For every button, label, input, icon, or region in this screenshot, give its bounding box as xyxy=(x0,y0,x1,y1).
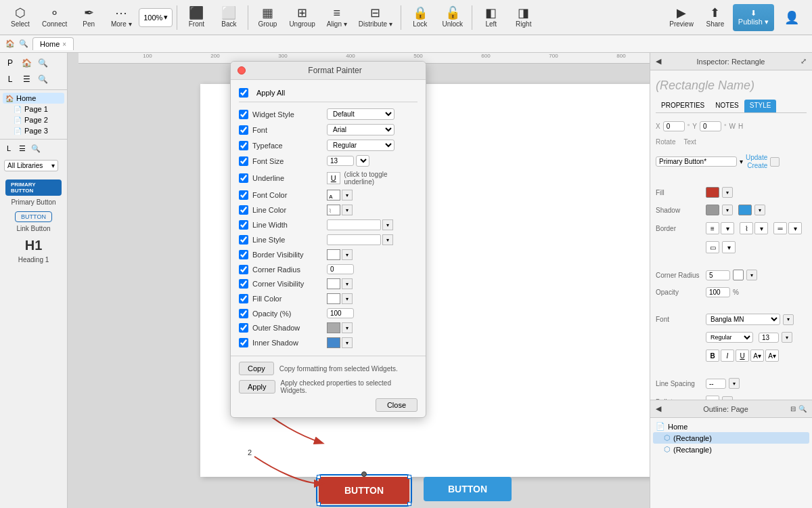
fp-cornervis-control: ▾ xyxy=(327,278,418,289)
fp-bordervis-label: Border Visibility xyxy=(252,251,327,259)
dialog-close-btn[interactable] xyxy=(238,66,246,75)
fp-typeface-row: Typeface Regular xyxy=(239,137,418,153)
fp-linewidth-check[interactable] xyxy=(239,220,248,230)
fp-cornervis-dropdown[interactable]: ▾ xyxy=(342,278,353,289)
fp-underline-toggle[interactable]: U xyxy=(327,172,340,184)
fp-opacity-label: Opacity (%) xyxy=(252,310,327,318)
fp-widget-style-row: Widget Style Default xyxy=(239,106,418,122)
fp-opacity-check[interactable] xyxy=(239,309,248,318)
apply-desc: Apply checked properties to selected Wid… xyxy=(281,379,418,394)
fp-linestyle-row: Line Style ▾ xyxy=(239,232,418,247)
fp-linecolor-dropdown[interactable]: ▾ xyxy=(342,205,353,215)
fp-linestyle-label: Line Style xyxy=(252,236,327,244)
apply-all-label: Apply All xyxy=(256,89,285,97)
fp-cornervis-row: Corner Visibility ▾ xyxy=(239,276,418,291)
fp-underline-hint: (click to toggle underline) xyxy=(344,171,418,186)
fp-fontsize-check[interactable] xyxy=(239,156,248,166)
fp-outershadow-dropdown[interactable]: ▾ xyxy=(342,322,353,333)
fp-cornerradius-control xyxy=(327,264,418,274)
fp-linewidth-dropdown[interactable]: ▾ xyxy=(382,219,393,230)
dialog-body: Apply All Widget Style Default Font Aria xyxy=(231,80,426,356)
fp-fillcolor-label: Fill Color xyxy=(252,295,327,303)
apply-button[interactable]: Apply xyxy=(239,380,275,394)
fp-opacity-control xyxy=(327,308,418,318)
fp-widget-style-check[interactable] xyxy=(239,110,248,119)
fp-linewidth-input[interactable] xyxy=(327,219,381,230)
fp-fontcolor-swatch[interactable]: A xyxy=(327,190,340,200)
fp-innershadow-swatch[interactable] xyxy=(327,337,340,348)
fp-outershadow-swatch[interactable] xyxy=(327,322,340,333)
fp-font-check[interactable] xyxy=(239,125,248,135)
fp-fillcolor-dropdown[interactable]: ▾ xyxy=(342,293,353,304)
fp-linestyle-control: ▾ xyxy=(327,234,418,245)
fp-outershadow-check[interactable] xyxy=(239,323,248,333)
fp-linecolor-check[interactable] xyxy=(239,205,248,215)
fp-fillcolor-swatch[interactable] xyxy=(327,293,340,304)
fp-linecolor-row: Line Color ⌇ ▾ xyxy=(239,203,418,217)
fp-linewidth-control: ▾ xyxy=(327,219,418,230)
fp-underline-row: Underline U (click to toggle underline) xyxy=(239,169,418,188)
fp-fontcolor-dropdown[interactable]: ▾ xyxy=(342,190,353,200)
fp-cornervis-label: Corner Visibility xyxy=(252,280,327,288)
fp-innershadow-dropdown[interactable]: ▾ xyxy=(342,337,353,348)
fp-apply-row: Apply Apply checked properties to select… xyxy=(239,379,418,394)
fp-font-select[interactable]: Arial xyxy=(327,124,394,135)
fp-innershadow-row: Inner Shadow ▾ xyxy=(239,335,418,350)
fp-cornerradius-input[interactable] xyxy=(327,264,354,274)
dialog-footer: Copy Copy formatting from selected Widge… xyxy=(231,356,426,417)
fp-outershadow-control: ▾ xyxy=(327,322,418,333)
fp-linestyle-check[interactable] xyxy=(239,235,248,245)
fp-underline-label: Underline xyxy=(252,174,327,182)
fp-fontsize-label: Font Size xyxy=(252,157,327,165)
fp-bordervis-dropdown[interactable]: ▾ xyxy=(342,249,353,260)
fp-bordervis-swatch[interactable] xyxy=(327,249,340,260)
fp-copy-row: Copy Copy formatting from selected Widge… xyxy=(239,362,418,375)
fp-linestyle-dropdown[interactable]: ▾ xyxy=(382,234,393,245)
fp-fontsize-input[interactable] xyxy=(327,156,354,166)
fp-linecolor-swatch[interactable]: ⌇ xyxy=(327,205,340,215)
fp-fontsize-row: Font Size xyxy=(239,153,418,169)
fp-opacity-input[interactable] xyxy=(327,308,354,318)
fp-fontcolor-check[interactable] xyxy=(239,190,248,200)
fp-font-control: Arial xyxy=(327,124,418,135)
fp-fontcolor-control: A ▾ xyxy=(327,190,418,200)
fp-typeface-control: Regular xyxy=(327,140,418,151)
fp-fontcolor-label: Font Color xyxy=(252,191,327,199)
fp-outershadow-row: Outer Shadow ▾ xyxy=(239,320,418,335)
copy-button[interactable]: Copy xyxy=(239,362,274,375)
fp-typeface-check[interactable] xyxy=(239,141,248,150)
fp-innershadow-check[interactable] xyxy=(239,338,248,347)
fp-linecolor-label: Line Color xyxy=(252,206,327,214)
fp-cornervis-check[interactable] xyxy=(239,279,248,289)
fp-innershadow-control: ▾ xyxy=(327,337,418,348)
apply-all-checkbox[interactable] xyxy=(239,88,248,98)
fp-linewidth-row: Line Width ▾ xyxy=(239,217,418,232)
fp-cornerradius-label: Corner Radius xyxy=(252,266,327,274)
dialog-overlay: Format Painter Apply All Widget Style De… xyxy=(0,0,812,508)
fp-cornerradius-check[interactable] xyxy=(239,265,248,274)
fp-linestyle-input[interactable] xyxy=(327,234,381,245)
fp-font-label: Font xyxy=(252,126,327,134)
fp-fontcolor-row: Font Color A ▾ xyxy=(239,188,418,203)
fp-cornervis-swatch[interactable] xyxy=(327,278,340,289)
fp-outershadow-label: Outer Shadow xyxy=(252,324,327,332)
format-painter-dialog: Format Painter Apply All Widget Style De… xyxy=(230,61,426,418)
fp-font-row: Font Arial xyxy=(239,122,418,137)
fp-bordervis-control: ▾ xyxy=(327,249,418,260)
fp-widget-style-control: Default xyxy=(327,108,418,120)
fp-opacity-row: Opacity (%) xyxy=(239,306,418,320)
fp-typeface-select[interactable]: Regular xyxy=(327,140,394,151)
fp-linecolor-control: ⌇ ▾ xyxy=(327,205,418,215)
close-button[interactable]: Close xyxy=(376,398,418,412)
fp-underline-check[interactable] xyxy=(239,173,248,183)
fp-bordervis-check[interactable] xyxy=(239,250,248,259)
apply-all-row: Apply All xyxy=(239,85,418,102)
dialog-titlebar: Format Painter xyxy=(231,62,426,80)
fp-widget-style-label: Widget Style xyxy=(252,110,327,119)
fp-fillcolor-row: Fill Color ▾ xyxy=(239,291,418,306)
fp-fontsize-select[interactable] xyxy=(356,155,369,167)
fp-bordervis-row: Border Visibility ▾ xyxy=(239,247,418,262)
fp-widget-style-select[interactable]: Default xyxy=(327,108,394,120)
fp-innershadow-label: Inner Shadow xyxy=(252,339,327,347)
fp-fillcolor-check[interactable] xyxy=(239,294,248,303)
